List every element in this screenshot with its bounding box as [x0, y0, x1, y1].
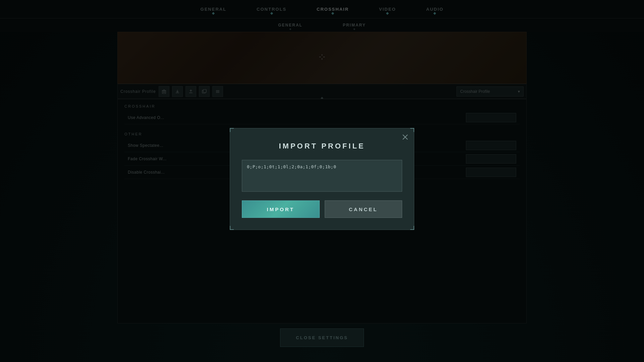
corner-tl: [230, 128, 234, 132]
modal-close-button[interactable]: [400, 132, 410, 142]
corner-bl: [230, 226, 234, 230]
cancel-button-label: CANCEL: [349, 206, 378, 212]
modal-title: IMPORT PROFILE: [242, 142, 402, 150]
corner-br: [410, 226, 414, 230]
close-x-icon: [402, 134, 409, 140]
modal-buttons: IMPORT CANCEL: [242, 200, 402, 218]
cancel-button[interactable]: CANCEL: [325, 200, 402, 218]
profile-code-textarea[interactable]: [242, 160, 402, 192]
corner-tr: [410, 128, 414, 132]
import-profile-modal: IMPORT PROFILE IMPORT CANCEL: [230, 128, 414, 230]
import-button[interactable]: IMPORT: [242, 200, 320, 218]
import-button-label: IMPORT: [267, 206, 294, 212]
